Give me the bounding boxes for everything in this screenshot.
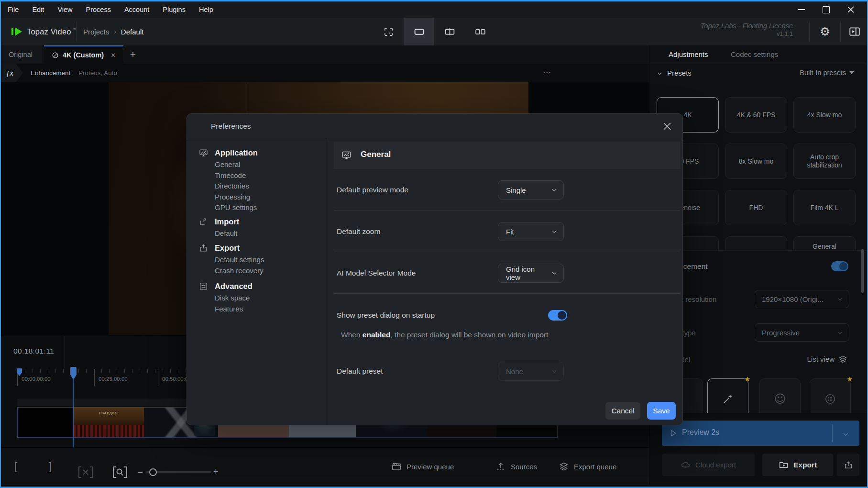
default-preset-select[interactable]: None	[498, 362, 564, 381]
video-type-value: Progressive	[762, 329, 800, 337]
sidebar-item-general[interactable]: General	[215, 159, 258, 170]
select-value: Fit	[506, 228, 514, 236]
add-tab-button[interactable]: +	[124, 45, 142, 64]
model-card-globe[interactable]: ★	[810, 378, 851, 413]
sidebar-group-header[interactable]: Export	[199, 244, 264, 253]
app-logo: Topaz Video ™	[11, 18, 76, 45]
effect-more-button[interactable]: ⋯	[543, 67, 552, 78]
tab-original[interactable]: Original	[1, 45, 42, 64]
preset-card-auto-crop[interactable]: Auto crop stabilization	[793, 144, 856, 179]
menu-account[interactable]: Account	[118, 6, 156, 13]
toggle-panel-button[interactable]	[841, 18, 868, 45]
settings-button[interactable]: ⚙	[810, 18, 840, 45]
show-preset-dialog-toggle[interactable]	[548, 310, 567, 321]
preview-mode-fullscreen-button[interactable]	[373, 18, 404, 45]
trim-button[interactable]	[77, 466, 94, 478]
sidebar-item-default-settings[interactable]: Default settings	[215, 255, 264, 266]
default-preview-mode-label: Default preview mode	[337, 186, 408, 194]
panel-scrollbar[interactable]	[861, 249, 864, 293]
tab-adjustments[interactable]: Adjustments	[669, 50, 708, 58]
dropdown-triangle-icon	[849, 71, 854, 74]
sidebar-item-disk-space[interactable]: Disk space	[215, 293, 253, 304]
zoom-out-button[interactable]: –	[138, 467, 143, 477]
set-in-point-button[interactable]: [	[14, 460, 17, 473]
bottom-toolbar: [ ] – + Preview queue Sources	[1, 447, 654, 485]
preset-card-8x-slow-mo[interactable]: 8x Slow mo	[725, 144, 787, 179]
effect-name: Enhancement	[31, 69, 70, 77]
preset-card-4k-60fps[interactable]: 4K & 60 FPS	[725, 97, 787, 133]
thumbnail-black[interactable]	[18, 408, 73, 437]
sidebar-group-header[interactable]: Advanced	[199, 282, 253, 291]
share-export-button[interactable]	[837, 454, 859, 476]
list-view-toggle[interactable]: List view	[807, 355, 847, 364]
set-out-point-button[interactable]: ]	[49, 460, 52, 473]
default-zoom-select[interactable]: Fit	[498, 222, 564, 241]
ai-model-selector-mode-select[interactable]: Grid icon view	[498, 264, 564, 283]
menu-process[interactable]: Process	[79, 6, 118, 13]
dialog-close-icon[interactable]	[661, 121, 673, 132]
export-queue-button[interactable]: Export queue	[559, 461, 616, 472]
model-card-face[interactable]: ☺	[759, 378, 801, 413]
sidebar-group-label: Advanced	[215, 282, 253, 291]
breadcrumb-projects[interactable]: Projects	[83, 28, 109, 36]
sidebar-group-advanced: Advanced Disk space Features	[199, 282, 253, 314]
menu-help[interactable]: Help	[192, 6, 220, 13]
sources-label: Sources	[511, 463, 537, 471]
preview-mode-split-button[interactable]	[434, 18, 465, 45]
sidebar-item-directories[interactable]: Directories	[215, 181, 258, 192]
preview-queue-button[interactable]: Preview queue	[391, 461, 454, 472]
chevron-down-icon[interactable]	[842, 431, 849, 438]
dialog-divider	[334, 210, 680, 211]
built-in-presets-dropdown[interactable]: Built-In presets	[800, 69, 854, 77]
zoom-to-selection-button[interactable]	[112, 466, 128, 478]
default-preview-mode-select[interactable]: Single	[498, 180, 564, 200]
sidebar-group-header[interactable]: Application	[199, 148, 258, 157]
save-button[interactable]: Save	[647, 402, 676, 420]
timeline-zoom-slider-knob[interactable]	[149, 468, 157, 476]
effects-row[interactable]: ƒx Enhancement Proteus, Auto ⋯	[1, 64, 654, 82]
sidebar-item-timecode[interactable]: Timecode	[215, 170, 258, 181]
menu-view[interactable]: View	[51, 6, 79, 13]
maximize-button[interactable]	[813, 1, 838, 18]
cancel-button[interactable]: Cancel	[605, 402, 640, 420]
tab-codec-settings[interactable]: Codec settings	[731, 50, 778, 58]
video-type-dropdown[interactable]: Progressive	[755, 323, 849, 342]
menu-bar: File Edit View Process Account Plugins H…	[1, 1, 867, 18]
minimize-button[interactable]	[789, 1, 813, 18]
preset-card-4x-slow-mo[interactable]: 4x Slow mo	[793, 97, 856, 133]
sidebar-item-features[interactable]: Features	[215, 304, 253, 315]
preset-card-film-4k-l[interactable]: Film 4K L	[793, 190, 856, 225]
cancel-button-label: Cancel	[611, 407, 634, 415]
tab-close-icon[interactable]: ✕	[110, 52, 116, 59]
close-button[interactable]	[838, 1, 863, 18]
cloud-export-button[interactable]: Cloud export	[662, 454, 755, 476]
preset-card-fhd[interactable]: FHD	[725, 190, 787, 225]
sidebar-item-processing[interactable]: Processing	[215, 192, 258, 203]
export-button[interactable]: Export	[762, 454, 833, 476]
preview-button[interactable]: Preview 2s	[662, 421, 859, 446]
preview-button-label: Preview 2s	[682, 428, 719, 437]
thumbnail-crowd[interactable]: ГВАРДИЯ	[73, 408, 144, 437]
presets-header[interactable]: Presets Built-In presets	[649, 64, 868, 83]
clapperboard-icon	[391, 461, 402, 472]
magic-wand-icon	[722, 393, 734, 405]
select-value: None	[506, 367, 523, 376]
resolution-dropdown[interactable]: 1920×1080 (Origi...	[755, 290, 849, 308]
ruler-major-tick-2	[94, 369, 95, 386]
enhancement-toggle[interactable]	[831, 261, 848, 271]
tab-4k-custom[interactable]: 4K (Custom) ✕	[44, 45, 123, 64]
zoom-in-button[interactable]: +	[213, 467, 219, 477]
menu-file[interactable]: File	[1, 6, 25, 13]
preview-mode-side-by-side-button[interactable]	[465, 18, 495, 45]
menu-plugins[interactable]: Plugins	[156, 6, 192, 13]
sidebar-item-crash-recovery[interactable]: Crash recovery	[215, 266, 264, 277]
save-button-label: Save	[653, 407, 670, 415]
sidebar-group-header[interactable]: Import	[199, 217, 239, 226]
menu-edit[interactable]: Edit	[25, 6, 51, 13]
sidebar-item-import-default[interactable]: Default	[215, 228, 239, 239]
sources-button[interactable]: Sources	[495, 461, 537, 472]
model-card-selected[interactable]: ★	[707, 378, 748, 413]
sidebar-item-gpu-settings[interactable]: GPU settings	[215, 202, 258, 213]
preview-mode-single-button[interactable]	[404, 18, 434, 45]
tab-original-label: Original	[9, 51, 33, 58]
